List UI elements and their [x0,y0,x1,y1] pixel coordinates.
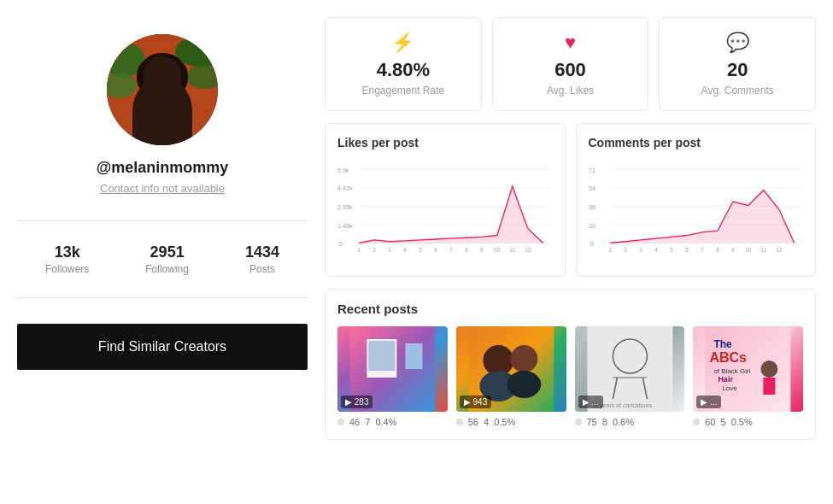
engagement-rate-label: Engagement Rate [339,85,467,97]
engagement-rate-card: ⚡ 4.80% Engagement Rate [325,17,482,111]
post-stats: 46 7 0.4% [337,417,448,427]
metric-cards-row: ⚡ 4.80% Engagement Rate ♥ 600 Avg. Likes… [325,17,816,111]
divider-bottom [17,297,308,298]
post-likes: 56 [468,417,478,427]
avg-likes-value: 600 [507,59,635,81]
svg-text:1: 1 [608,247,612,253]
svg-text:9: 9 [480,247,484,253]
followers-value: 13k [45,243,89,261]
comment-icon: 💬 [673,32,801,54]
comments-chart-card: Comments per post 71 54 36 18 0 [576,123,817,277]
svg-text:6: 6 [685,247,689,253]
svg-text:0: 0 [339,241,343,248]
svg-text:18: 18 [589,223,595,230]
post-engagement: 0.6% [613,417,634,427]
posts-stat: 1434 Posts [245,243,279,275]
svg-point-12 [152,79,159,88]
svg-text:54: 54 [589,185,595,192]
svg-text:36: 36 [589,204,595,211]
svg-text:10: 10 [745,247,751,253]
likes-chart-card: Likes per post 5.9k 4.42k 2.95k 1.48k 0 [325,123,566,277]
post-thumbnail[interactable]: ▶ 283 [337,326,448,412]
right-panel: ⚡ 4.80% Engagement Rate ♥ 600 Avg. Likes… [325,17,816,487]
svg-point-10 [137,62,154,92]
svg-text:Hair: Hair [719,375,734,384]
post-comments: 8 [602,417,607,427]
charts-row: Likes per post 5.9k 4.42k 2.95k 1.48k 0 [325,123,816,277]
avg-comments-value: 20 [673,59,801,81]
lightning-icon: ⚡ [339,32,467,54]
following-value: 2951 [145,243,189,261]
svg-point-82 [761,360,778,378]
svg-point-11 [171,62,188,92]
post-engagement: 0.4% [375,417,396,427]
svg-text:12: 12 [525,247,531,253]
post-likes: 46 [349,417,360,427]
svg-text:10: 10 [494,247,500,253]
likes-chart-title: Likes per post [337,136,553,149]
post-thumbnail[interactable]: 18 years of caricatures ▶ ... [575,326,685,412]
svg-text:7: 7 [449,247,453,253]
post-play-count: ▶ ... [578,396,603,408]
divider-top [17,220,308,221]
posts-grid: ▶ 283 46 7 0.4% [337,326,803,427]
svg-text:9: 9 [731,247,735,253]
profile-username: @melaninmommy [97,159,229,177]
svg-text:11: 11 [509,247,515,253]
svg-text:7: 7 [701,247,704,253]
svg-text:4: 4 [403,247,407,253]
post-stats: 60 5 0.5% [693,417,803,427]
comments-chart-svg: 71 54 36 18 0 1 2 [589,158,804,261]
svg-point-9 [142,53,183,80]
svg-text:1.48k: 1.48k [337,223,353,230]
post-stat-dot [575,419,582,425]
svg-text:The: The [714,338,733,350]
svg-text:5.9k: 5.9k [337,167,349,174]
post-thumbnail[interactable]: The ABCs of Black Girl Hair Love ▶ ... [693,326,803,412]
svg-text:4.42k: 4.42k [337,185,353,192]
svg-point-69 [507,371,541,398]
svg-point-14 [154,81,157,85]
post-stats: 56 4 0.5% [456,417,566,427]
post-comments: 5 [721,417,726,427]
post-stat-dot [693,419,700,425]
svg-point-6 [135,77,190,137]
contact-info[interactable]: Contact info not available [100,182,225,195]
post-engagement: 0.5% [494,417,515,427]
likes-chart-svg: 5.9k 4.42k 2.95k 1.48k 0 1 [337,158,553,261]
svg-text:8: 8 [716,247,719,253]
svg-point-8 [144,62,181,105]
svg-text:3: 3 [388,247,391,253]
post-stat-dot [456,419,463,425]
post-thumbnail[interactable]: ▶ 943 [456,326,566,412]
avg-likes-card: ♥ 600 Avg. Likes [492,17,649,111]
svg-text:2.95k: 2.95k [337,204,353,211]
svg-text:5: 5 [670,247,673,253]
svg-point-13 [166,79,173,88]
find-similar-creators-button[interactable]: Find Similar Creators [17,324,308,370]
followers-stat: 13k Followers [45,243,89,275]
svg-text:11: 11 [760,247,766,253]
posts-value: 1434 [245,243,279,261]
svg-text:1: 1 [357,247,361,253]
svg-text:12: 12 [776,247,782,253]
svg-text:2: 2 [373,247,376,253]
avatar-image [107,34,218,145]
avg-comments-label: Avg. Comments [673,85,801,97]
avatar [107,34,218,145]
following-label: Following [145,263,189,275]
svg-point-15 [167,81,171,85]
following-stat: 2951 Following [145,243,189,275]
svg-rect-83 [764,378,776,395]
svg-text:3: 3 [639,247,642,253]
post-stat-dot [337,419,344,425]
post-play-count: ▶ 943 [460,396,491,408]
svg-text:8: 8 [465,247,468,253]
svg-rect-7 [156,90,168,107]
post-likes: 60 [705,417,715,427]
svg-text:ABCs: ABCs [710,350,748,365]
post-play-count: ▶ 283 [341,396,373,408]
avg-likes-label: Avg. Likes [507,85,635,97]
list-item: 18 years of caricatures ▶ ... 75 8 0.6% [575,326,685,427]
profile-stats: 13k Followers 2951 Following 1434 Posts [17,230,308,289]
